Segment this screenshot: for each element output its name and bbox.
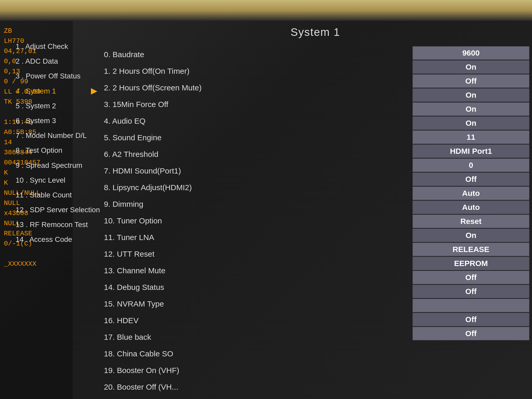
center-menu: 0. Baudrate1. 2 Hours Off(On Timer)2. 2 … bbox=[99, 44, 413, 399]
center-menu-item[interactable]: 6. A2 Threshold bbox=[104, 146, 413, 163]
left-menu-item[interactable]: 2 . ADC Data bbox=[16, 54, 104, 69]
left-menu-item[interactable]: 7 . Model Number D/L bbox=[16, 128, 104, 143]
left-menu-item[interactable]: 4 . System 1 bbox=[16, 84, 104, 98]
center-menu-item[interactable]: 5. Sound Engine bbox=[104, 129, 413, 146]
center-menu-item[interactable]: 4. Audio EQ bbox=[104, 113, 413, 129]
left-menu-item[interactable]: 13 . RF Remocon Test bbox=[16, 217, 104, 232]
left-menu-item[interactable]: 14 . Access Code bbox=[16, 232, 104, 247]
value-cell: EEPROM bbox=[413, 257, 529, 270]
center-menu-item[interactable]: 17. Blue back bbox=[104, 329, 413, 345]
center-menu-item[interactable]: 19. Booster On (VHF) bbox=[104, 362, 413, 379]
value-cell: Auto bbox=[413, 187, 529, 200]
value-cell: Auto bbox=[413, 201, 529, 214]
left-menu-item[interactable]: 12 . SDP Server Selection bbox=[16, 202, 104, 217]
value-cell bbox=[413, 299, 529, 312]
center-menu-item[interactable]: 20. Booster Off (VH... bbox=[104, 379, 413, 395]
center-menu-item[interactable]: 1. 2 Hours Off(On Timer) bbox=[104, 63, 413, 79]
page-title: System 1 bbox=[99, 21, 532, 41]
left-menu-item[interactable]: 10 . Sync Level bbox=[16, 173, 104, 188]
center-menu-item[interactable]: 14. Debug Status bbox=[104, 279, 413, 296]
value-cell: 0 bbox=[413, 158, 529, 172]
diag-line: _XXXXXXX bbox=[4, 259, 69, 269]
value-cell: Reset bbox=[413, 215, 529, 228]
value-cell: Off bbox=[413, 327, 529, 340]
value-cell: On bbox=[413, 60, 529, 74]
value-cell: Off bbox=[413, 74, 529, 88]
center-menu-item[interactable]: 8. Lipsync Adjust(HDMI2) bbox=[104, 179, 413, 196]
center-menu-item[interactable]: 15. NVRAM Type bbox=[104, 296, 413, 312]
center-menu-item[interactable]: 9. Dimming bbox=[104, 196, 413, 212]
selection-arrow: ▶ bbox=[91, 86, 97, 96]
left-menu-item[interactable]: 5 . System 2 bbox=[16, 98, 104, 113]
center-menu-item[interactable]: 13. Channel Mute bbox=[104, 262, 413, 279]
center-menu-item[interactable]: 11. Tuner LNA bbox=[104, 229, 413, 246]
value-cell: Off bbox=[413, 271, 529, 284]
left-menu-item[interactable]: 9 . Spread Spectrum bbox=[16, 158, 104, 173]
value-cell: 9600 bbox=[413, 46, 529, 60]
value-cell: Off bbox=[413, 172, 529, 186]
left-menu-panel: 1 . Adjust Check2 . ADC Data3 . Power Of… bbox=[16, 34, 104, 252]
center-menu-item[interactable]: 16. HDEV bbox=[104, 312, 413, 329]
value-cell: HDMI Port1 bbox=[413, 144, 529, 158]
main-content: System 1 0. Baudrate1. 2 Hours Off(On Ti… bbox=[99, 21, 532, 399]
left-menu-item[interactable]: 3 . Power Off Status bbox=[16, 69, 104, 83]
left-menu-item[interactable]: 8 . Test Option bbox=[16, 143, 104, 158]
center-menu-item[interactable]: 10. Tuner Option bbox=[104, 212, 413, 229]
center-menu-item[interactable]: 3. 15Min Force Off bbox=[104, 96, 413, 113]
value-cell: On bbox=[413, 116, 529, 130]
center-menu-item[interactable]: 7. HDMI Sound(Port1) bbox=[104, 163, 413, 179]
content-area: 0. Baudrate1. 2 Hours Off(On Timer)2. 2 … bbox=[99, 41, 532, 399]
center-menu-item[interactable]: 2. 2 Hours Off(Screen Mute) bbox=[104, 79, 413, 96]
value-cell: Off bbox=[413, 285, 529, 298]
left-menu-item[interactable]: 11 . Stable Count bbox=[16, 188, 104, 202]
value-cell: On bbox=[413, 88, 529, 102]
top-bezel bbox=[0, 0, 532, 21]
center-menu-item[interactable]: 12. UTT Reset bbox=[104, 246, 413, 262]
value-cell: 11 bbox=[413, 130, 529, 144]
left-menu-item[interactable]: 6 . System 3 bbox=[16, 113, 104, 128]
value-cell: On bbox=[413, 229, 529, 242]
value-cell: RELEASE bbox=[413, 243, 529, 256]
left-menu-item[interactable]: 1 . Adjust Check bbox=[16, 39, 104, 54]
center-menu-item[interactable]: 0. Baudrate bbox=[104, 46, 413, 63]
value-cell: On bbox=[413, 102, 529, 116]
value-cell: Off bbox=[413, 313, 529, 326]
right-values-panel: 9600OnOffOnOnOn11HDMI Port10OffAutoAutoR… bbox=[413, 44, 532, 399]
center-menu-item[interactable]: 18. China Cable SO bbox=[104, 345, 413, 362]
